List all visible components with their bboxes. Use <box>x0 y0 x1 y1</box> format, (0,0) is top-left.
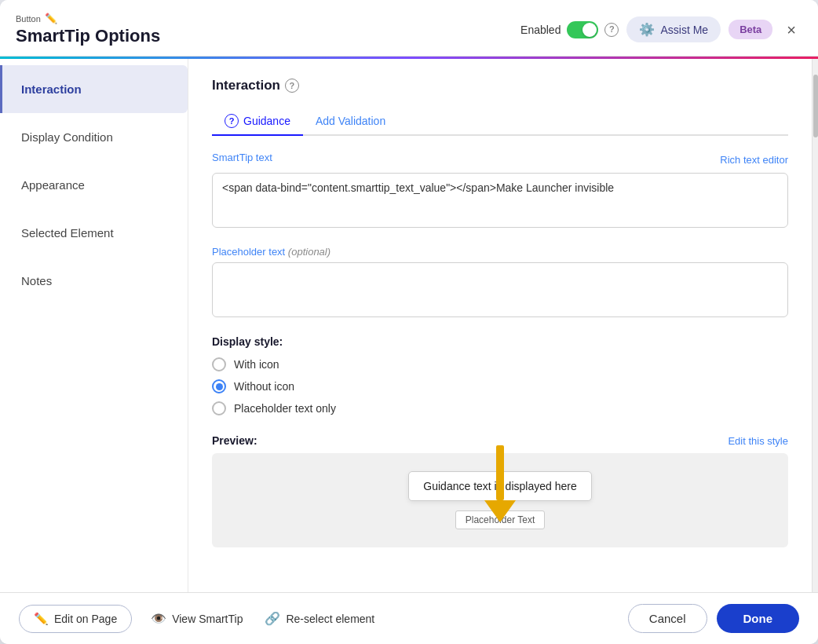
placeholder-optional-label: (optional) <box>288 246 330 258</box>
enabled-label: Enabled <box>520 24 561 36</box>
edit-icon[interactable]: ✏️ <box>45 13 57 24</box>
radio-with-icon[interactable]: With icon <box>212 357 788 371</box>
preview-section: Preview: Edit this style Guidance text i… <box>212 434 788 547</box>
section-help-icon[interactable]: ? <box>285 79 299 93</box>
tab-row: ? Guidance Add Validation <box>212 108 788 136</box>
element-type-row: Button ✏️ <box>16 13 513 24</box>
display-style-radio-group: With icon Without icon Placeholder text … <box>212 357 788 415</box>
enabled-toggle[interactable] <box>567 21 598 38</box>
element-type-label: Button <box>16 14 41 24</box>
radio-without-icon-circle <box>212 379 226 393</box>
bottom-bar: ✏️ Edit on Page 👁️ View SmartTip 🔗 Re-se… <box>0 592 818 644</box>
enabled-help-icon[interactable]: ? <box>604 23 619 37</box>
arrow-head <box>484 500 516 522</box>
tab-add-validation-label: Add Validation <box>316 115 385 127</box>
beta-label: Beta <box>739 24 761 35</box>
sidebar-item-appearance[interactable]: Appearance <box>0 161 188 209</box>
preview-box: Guidance text is displayed here Placehol… <box>212 453 788 547</box>
guidance-tab-icon: ? <box>225 114 239 128</box>
sidebar-item-notes[interactable]: Notes <box>0 257 188 305</box>
edit-on-page-icon: ✏️ <box>34 612 49 626</box>
edit-on-page-label: Edit on Page <box>54 613 117 625</box>
display-style-section: Display style: With icon Without icon Pl… <box>212 335 788 415</box>
reselect-element-button[interactable]: 🔗 Re-select element <box>261 605 378 632</box>
cancel-button[interactable]: Cancel <box>628 604 707 633</box>
section-title-row: Interaction ? <box>212 78 788 93</box>
arrow-shaft <box>496 445 504 500</box>
tab-add-validation[interactable]: Add Validation <box>303 108 398 134</box>
edit-on-page-button[interactable]: ✏️ Edit on Page <box>19 605 132 633</box>
preview-label: Preview: <box>212 434 257 447</box>
view-smarttip-icon: 👁️ <box>151 611 166 626</box>
assist-me-icon: ⚙️ <box>639 22 655 37</box>
assist-me-label: Assist Me <box>660 24 708 36</box>
smarttip-text-input[interactable]: <span data-bind="content.smarttip_text_v… <box>212 173 788 228</box>
view-smarttip-button[interactable]: 👁️ View SmartTip <box>148 605 246 632</box>
scrollbar-thumb <box>813 75 818 137</box>
sidebar: Interaction Display Condition Appearance… <box>0 59 188 592</box>
beta-badge[interactable]: Beta <box>729 20 772 39</box>
tab-guidance-label: Guidance <box>243 115 290 127</box>
display-style-label: Display style: <box>212 335 788 348</box>
reselect-element-label: Re-select element <box>286 613 374 625</box>
sidebar-item-selected-element[interactable]: Selected Element <box>0 209 188 257</box>
sidebar-item-display-condition[interactable]: Display Condition <box>0 113 188 161</box>
radio-placeholder-only-circle <box>212 401 226 415</box>
rich-text-editor-link[interactable]: Rich text editor <box>720 154 788 166</box>
section-title-text: Interaction <box>212 78 280 93</box>
modal-title: SmartTip Options <box>16 26 513 46</box>
smarttip-text-label: SmartTip text <box>212 152 272 163</box>
radio-with-icon-circle <box>212 357 226 371</box>
down-arrow <box>484 445 516 522</box>
bottom-left-actions: ✏️ Edit on Page 👁️ View SmartTip 🔗 Re-se… <box>19 605 378 633</box>
radio-without-icon-label: Without icon <box>234 380 294 393</box>
scrollbar[interactable] <box>812 59 818 592</box>
bottom-right-actions: Cancel Done <box>628 604 799 633</box>
tab-guidance[interactable]: ? Guidance <box>212 108 303 136</box>
assist-me-button[interactable]: ⚙️ Assist Me <box>626 16 721 42</box>
radio-without-icon[interactable]: Without icon <box>212 379 788 393</box>
topbar-left: Button ✏️ SmartTip Options <box>16 13 513 46</box>
reselect-element-icon: 🔗 <box>265 611 280 626</box>
close-button[interactable]: × <box>780 19 802 41</box>
modal: Button ✏️ SmartTip Options Enabled ? ⚙️ … <box>0 0 818 644</box>
radio-with-icon-label: With icon <box>234 358 279 371</box>
sidebar-item-interaction[interactable]: Interaction <box>0 65 188 113</box>
smarttip-text-field-group: SmartTip text Rich text editor <span dat… <box>212 152 788 230</box>
done-button[interactable]: Done <box>717 604 800 633</box>
placeholder-text-label: Placeholder text (optional) <box>212 246 788 258</box>
radio-placeholder-text-only[interactable]: Placeholder text only <box>212 401 788 415</box>
main-body: Interaction Display Condition Appearance… <box>0 59 818 592</box>
topbar: Button ✏️ SmartTip Options Enabled ? ⚙️ … <box>0 0 818 57</box>
placeholder-text-input[interactable] <box>212 262 788 317</box>
placeholder-text-field-group: Placeholder text (optional) <box>212 246 788 320</box>
radio-placeholder-only-label: Placeholder text only <box>234 402 336 415</box>
view-smarttip-label: View SmartTip <box>172 613 243 625</box>
smarttip-text-header: SmartTip text Rich text editor <box>212 152 788 168</box>
edit-style-link[interactable]: Edit this style <box>728 435 788 447</box>
enabled-toggle-group: Enabled ? <box>520 21 619 38</box>
content-area: Interaction ? ? Guidance Add Validation … <box>188 59 812 592</box>
